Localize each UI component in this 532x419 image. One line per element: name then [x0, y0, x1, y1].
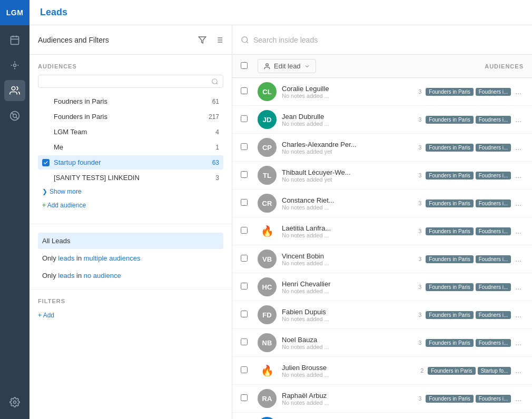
audience-item-left: Me: [42, 143, 63, 151]
lead-row[interactable]: CL Coralie Leguille No notes added ... 3…: [232, 78, 532, 106]
lead-row[interactable]: JD Jean Dubrulle No notes added ... 3 Fo…: [232, 106, 532, 134]
lead-checkbox[interactable]: [241, 394, 258, 403]
lead-checkbox[interactable]: [241, 311, 258, 319]
lead-checkbox-input[interactable]: [241, 255, 248, 262]
all-leads-option[interactable]: All Leads: [38, 233, 223, 249]
more-options-btn[interactable]: ...: [513, 366, 524, 375]
audience-item[interactable]: Foudners in Paris 61: [38, 94, 223, 108]
lead-audience-count: 3: [418, 228, 421, 234]
audience-checkbox-empty: [42, 144, 50, 151]
lead-checkbox-input[interactable]: [241, 394, 248, 401]
lead-checkbox[interactable]: [241, 366, 258, 375]
lead-row[interactable]: CP Charles-Alexandre Per... No notes add…: [232, 134, 532, 162]
lead-checkbox[interactable]: [241, 199, 258, 207]
lead-checkbox-input[interactable]: [241, 227, 248, 234]
lead-checkbox[interactable]: [241, 338, 258, 347]
page-title: Leads: [40, 7, 67, 18]
lead-note: No notes added ...: [282, 121, 418, 127]
more-options-btn[interactable]: ...: [513, 394, 524, 403]
lead-checkbox[interactable]: [241, 283, 258, 291]
lead-checkbox-input[interactable]: [241, 87, 248, 94]
lead-checkbox[interactable]: [241, 227, 258, 235]
nav-calendar[interactable]: [4, 29, 25, 51]
search-inside-leads[interactable]: Search inside leads: [241, 36, 524, 44]
nav-chart[interactable]: [4, 55, 25, 76]
audience-item[interactable]: Startup founder 63: [38, 155, 223, 169]
multiple-audiences-option[interactable]: Only leads in multiple audiences: [38, 250, 223, 266]
more-options-btn[interactable]: ...: [513, 143, 524, 152]
lead-row[interactable]: TL Thibault Lécuyer-We... No notes added…: [232, 162, 532, 189]
lead-right: 3 Founders in ParisFoudners i... ...: [418, 199, 524, 207]
nav-settings[interactable]: [4, 392, 25, 413]
sort-icon[interactable]: [215, 36, 223, 44]
audience-search-input[interactable]: [43, 77, 211, 85]
more-options-btn[interactable]: ...: [513, 311, 524, 319]
more-options-btn[interactable]: ...: [513, 283, 524, 291]
lead-right: 3 Founders in ParisFoudners i... ...: [418, 227, 524, 235]
lead-row[interactable]: NB Noel Bauza No notes added ... 3 Found…: [232, 329, 532, 357]
lead-name: Raphaël Arbuz: [282, 392, 418, 400]
lead-checkbox-input[interactable]: [241, 199, 248, 206]
lead-row[interactable]: RA Raphaël Arbuz No notes added ... 3 Fo…: [232, 385, 532, 413]
nav-network[interactable]: [4, 105, 25, 126]
more-options-btn[interactable]: ...: [513, 87, 524, 96]
lead-checkbox-input[interactable]: [241, 143, 248, 150]
more-options-btn[interactable]: ...: [513, 338, 524, 347]
audience-item[interactable]: [SANITY TESTS] LINKEDIN 3: [38, 171, 223, 185]
lead-row[interactable]: 🔥 Laetitia Lanfra... No notes added ... …: [232, 217, 532, 245]
svg-point-20: [242, 37, 248, 43]
lead-note: No notes added ...: [282, 344, 418, 350]
show-more-btn[interactable]: ❯ Show more: [38, 186, 223, 197]
audience-tag: Founders in Paris: [426, 199, 473, 207]
lead-checkbox-input[interactable]: [241, 338, 248, 345]
lead-row[interactable]: CR Constance Riet... No notes added ... …: [232, 189, 532, 217]
lead-note: No notes added ...: [282, 400, 418, 406]
select-all-checkbox[interactable]: [241, 62, 258, 71]
audience-tag: Foudners i...: [476, 88, 511, 96]
more-options-btn[interactable]: ...: [513, 199, 524, 207]
more-options-btn[interactable]: ...: [513, 227, 524, 235]
lead-audience-count: 3: [418, 284, 421, 290]
lead-checkbox-input[interactable]: [241, 283, 248, 290]
lead-checkbox[interactable]: [241, 171, 258, 179]
lead-checkbox-input[interactable]: [241, 115, 248, 122]
lead-avatar: VB: [258, 250, 277, 268]
lead-checkbox[interactable]: [241, 255, 258, 263]
filter-icon[interactable]: [198, 36, 206, 44]
lead-row[interactable]: VB Vincent Bobin No notes added ... 3 Fo…: [232, 245, 532, 273]
lead-row[interactable]: HC Henri Chevallier No notes added ... 3…: [232, 273, 532, 301]
no-audience-option[interactable]: Only leads in no audience: [38, 267, 223, 284]
more-options-btn[interactable]: ...: [513, 115, 524, 124]
audience-item[interactable]: LGM Team 4: [38, 125, 223, 139]
svg-line-19: [216, 83, 218, 84]
lead-row[interactable]: FD Fabien Dupuis No notes added ... 3 Fo…: [232, 301, 532, 329]
nav-people[interactable]: [4, 80, 25, 101]
lead-info: Laetitia Lanfra... No notes added ...: [282, 224, 418, 238]
add-filter-btn[interactable]: + Add: [38, 310, 223, 321]
lead-name: Fabien Dupuis: [282, 308, 418, 316]
lead-checkbox-input[interactable]: [241, 311, 248, 317]
app-logo: LGM: [0, 0, 29, 25]
more-options-btn[interactable]: ...: [513, 255, 524, 263]
lead-row[interactable]: 🔥 Julien Brousse No notes added ... 2 Fo…: [232, 357, 532, 385]
audience-count: 4: [215, 128, 219, 136]
select-all-input[interactable]: [241, 62, 248, 69]
add-audience-btn[interactable]: + Add audience: [38, 199, 223, 211]
audience-count: 1: [215, 144, 219, 151]
lead-checkbox[interactable]: [241, 143, 258, 152]
lead-checkbox-input[interactable]: [241, 171, 248, 178]
audience-count: 61: [212, 98, 219, 105]
audience-name: [SANITY TESTS] LINKEDIN: [54, 174, 140, 182]
audience-search-box[interactable]: [38, 75, 223, 88]
more-options-btn[interactable]: ...: [513, 171, 524, 179]
svg-marker-11: [199, 37, 205, 43]
lead-info: Noel Bauza No notes added ...: [282, 336, 418, 350]
lead-checkbox[interactable]: [241, 87, 258, 96]
lead-checkbox-input[interactable]: [241, 366, 248, 373]
lead-right: 3 Founders in ParisFoudners i... ...: [418, 255, 524, 263]
audience-item[interactable]: Founders in Paris 217: [38, 109, 223, 124]
lead-checkbox[interactable]: [241, 115, 258, 124]
edit-lead-button[interactable]: Edit lead: [258, 59, 316, 73]
audience-item[interactable]: Me 1: [38, 140, 223, 154]
lead-row[interactable]: SP Stéphane Petib... No notes added ... …: [232, 413, 532, 419]
